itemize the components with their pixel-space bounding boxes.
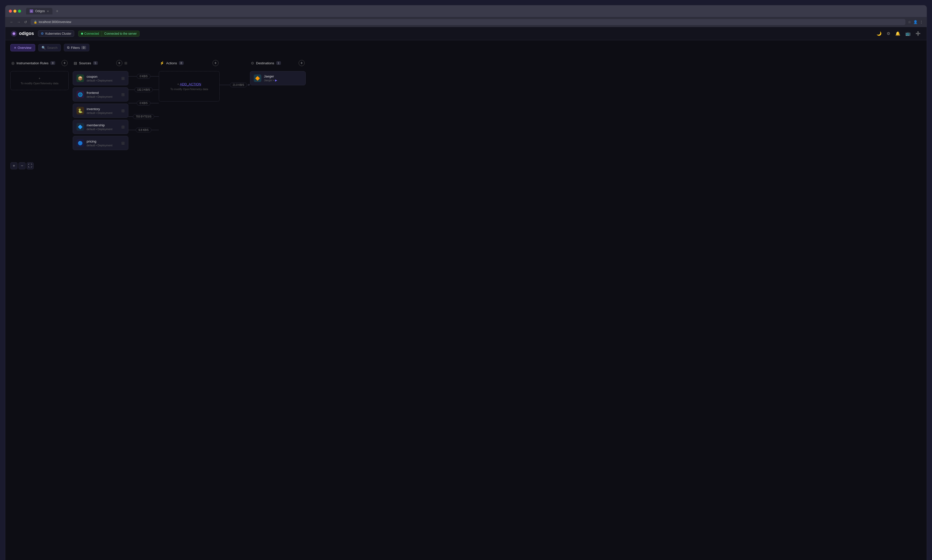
pipeline-container: ◎ Instrumentation Rules 8 + + To modify … bbox=[5, 55, 927, 177]
add-instrumentation-rule-button[interactable]: + bbox=[62, 60, 68, 66]
overview-icon: ≡ bbox=[14, 46, 16, 49]
theme-toggle-icon[interactable]: 🌙 bbox=[875, 30, 883, 37]
browser-tab[interactable]: O Odigos ✕ bbox=[26, 8, 52, 14]
source-pricing-icon: 🔵 bbox=[77, 139, 84, 147]
overview-label: Overview bbox=[18, 46, 31, 49]
reload-button[interactable]: ↺ bbox=[23, 19, 28, 25]
tab-favicon: O bbox=[29, 9, 33, 13]
tab-title: Odigos bbox=[35, 9, 45, 13]
source-membership-toggle[interactable]: ⊞ bbox=[121, 125, 125, 129]
source-coupon-toggle[interactable]: ⊞ bbox=[121, 76, 125, 81]
add-destination-button[interactable]: + bbox=[299, 60, 305, 66]
url-text: localhost:3000/overview bbox=[39, 20, 71, 24]
jaeger-name: Jaeger bbox=[264, 74, 277, 78]
bookmark-icon[interactable]: ☆ bbox=[908, 20, 911, 24]
notifications-icon[interactable]: 🔔 bbox=[894, 30, 901, 37]
svg-point-2 bbox=[13, 33, 15, 34]
source-item-coupon[interactable]: 📦 coupon default • Deployment ⊞ bbox=[73, 71, 128, 85]
sources-grid-icon[interactable]: ⊞ bbox=[124, 61, 127, 65]
add-action-button[interactable]: + bbox=[213, 60, 219, 66]
add-action-link[interactable]: ADD_ACTION bbox=[180, 82, 201, 86]
close-button[interactable] bbox=[9, 9, 12, 13]
source-item-membership[interactable]: 🔷 membership default • Deployment ⊞ bbox=[73, 120, 128, 134]
logo-text: odigos bbox=[19, 31, 34, 36]
destinations-count: 1 bbox=[276, 61, 281, 65]
k8s-icon: ⚙ bbox=[41, 32, 44, 35]
add-action-card[interactable]: + ADD_ACTION To modify OpenTelemetry dat… bbox=[159, 71, 220, 102]
source-frontend-toggle[interactable]: ⊞ bbox=[121, 92, 125, 97]
source-pricing-meta: default • Deployment bbox=[86, 144, 112, 147]
source-item-frontend[interactable]: 🌐 frontend default • Deployment ⊞ bbox=[73, 87, 128, 102]
jaeger-link[interactable]: ▶ bbox=[275, 79, 277, 82]
k8s-badge[interactable]: ⚙ Kubernetes Cluster bbox=[38, 31, 74, 37]
source-pricing-details: pricing default • Deployment bbox=[86, 140, 112, 147]
back-button[interactable]: ← bbox=[9, 19, 14, 25]
instrumentation-rules-header: ◎ Instrumentation Rules 8 + bbox=[11, 57, 69, 69]
connected-server-text: Connected to the server bbox=[102, 31, 139, 37]
bw-inventory: 0 KB/S bbox=[128, 97, 159, 110]
source-item-inventory[interactable]: 🐍 inventory default • Deployment ⊞ bbox=[73, 103, 128, 118]
instrumentation-rules-title: ◎ Instrumentation Rules 8 bbox=[11, 61, 55, 65]
add-icon[interactable]: ➕ bbox=[915, 30, 921, 37]
source-frontend-name: frontend bbox=[86, 91, 112, 95]
sources-header-right: + ⊞ bbox=[116, 60, 127, 66]
source-membership-icon: 🔷 bbox=[77, 123, 84, 131]
source-inventory-toggle[interactable]: ⊞ bbox=[121, 108, 125, 113]
address-bar[interactable]: 🔒 localhost:3000/overview bbox=[31, 19, 906, 25]
browser-controls: ← → ↺ 🔒 localhost:3000/overview ☆ 👤 ⋮ bbox=[5, 17, 927, 27]
instrumentation-rules-count: 8 bbox=[51, 61, 55, 65]
bw-membership: 703 BYTES/S bbox=[128, 110, 159, 123]
fit-view-button[interactable]: ⛶ bbox=[26, 162, 34, 169]
minimize-button[interactable] bbox=[14, 9, 17, 13]
zoom-out-button[interactable]: − bbox=[18, 162, 26, 169]
add-rule-card[interactable]: + To modify OpenTelemetry data bbox=[11, 71, 69, 90]
source-pricing-toggle[interactable]: ⊞ bbox=[121, 141, 125, 146]
profile-icon[interactable]: 👤 bbox=[913, 20, 918, 24]
add-action-subtitle: To modify OpenTelemetry data bbox=[170, 88, 208, 91]
search-box[interactable]: 🔍 Search bbox=[38, 44, 61, 51]
search-icon: 🔍 bbox=[42, 46, 46, 49]
add-source-button[interactable]: + bbox=[116, 60, 122, 66]
actions-column: ⚡ Actions 8 + + ADD_ACTION To modify Ope… bbox=[159, 57, 220, 102]
k8s-label: Kubernetes Cluster bbox=[45, 32, 71, 35]
add-rule-text: + bbox=[16, 77, 63, 80]
overview-button[interactable]: ≡ Overview bbox=[11, 44, 35, 51]
source-pricing-info: 🔵 pricing default • Deployment bbox=[77, 139, 112, 147]
logo-icon bbox=[11, 30, 17, 37]
add-action-text: + ADD_ACTION bbox=[177, 82, 201, 86]
toolbar: ≡ Overview 🔍 Search ⧉ Filters 0 bbox=[5, 40, 927, 55]
destinations-header: ⊙ Destinations 1 + bbox=[250, 57, 306, 69]
actions-icon: ⚡ bbox=[160, 61, 164, 65]
source-frontend-info: 🌐 frontend default • Deployment bbox=[77, 91, 112, 98]
jaeger-info: 🔶 Jaeger Jaeger • ▶ bbox=[254, 74, 277, 82]
filters-button[interactable]: ⧉ Filters 0 bbox=[64, 44, 89, 51]
destination-item-jaeger[interactable]: 🔶 Jaeger Jaeger • ▶ bbox=[250, 71, 306, 85]
menu-icon[interactable]: ⋮ bbox=[920, 20, 923, 24]
sources-column: ▤ Sources 5 + ⊞ 📦 bbox=[73, 57, 128, 152]
instrumentation-rules-icon: ◎ bbox=[11, 61, 14, 65]
bw-frontend: 132.3 KB/S bbox=[128, 83, 159, 97]
source-frontend-meta: default • Deployment bbox=[86, 95, 112, 98]
connected-status: Connected bbox=[79, 31, 102, 37]
logo: odigos bbox=[11, 30, 34, 37]
settings-icon[interactable]: ⚙ bbox=[886, 30, 891, 37]
actions-title: ⚡ Actions 8 bbox=[160, 61, 183, 65]
search-placeholder: Search bbox=[47, 46, 57, 49]
source-item-pricing[interactable]: 🔵 pricing default • Deployment ⊞ bbox=[73, 136, 128, 150]
source-coupon-icon: 📦 bbox=[77, 74, 84, 82]
zoom-in-button[interactable]: + bbox=[11, 162, 17, 169]
display-icon[interactable]: 📺 bbox=[904, 30, 912, 37]
sources-count: 5 bbox=[93, 61, 98, 65]
bw-pricing: 6.8 KB/S bbox=[128, 123, 159, 137]
jaeger-meta: Jaeger • ▶ bbox=[264, 79, 277, 82]
source-frontend-details: frontend default • Deployment bbox=[86, 91, 112, 98]
new-tab-button[interactable]: + bbox=[54, 8, 60, 14]
bandwidth-coupon: 0 KB/S bbox=[137, 74, 150, 79]
source-frontend-icon: 🌐 bbox=[77, 91, 84, 98]
connector-area-1: 0 KB/S 132.3 KB/S bbox=[128, 57, 159, 137]
destinations-title: ⊙ Destinations 1 bbox=[251, 61, 281, 65]
browser-toolbar-right: ☆ 👤 ⋮ bbox=[908, 20, 923, 24]
maximize-button[interactable] bbox=[18, 9, 21, 13]
forward-button[interactable]: → bbox=[16, 19, 22, 25]
tab-close-button[interactable]: ✕ bbox=[47, 10, 49, 13]
